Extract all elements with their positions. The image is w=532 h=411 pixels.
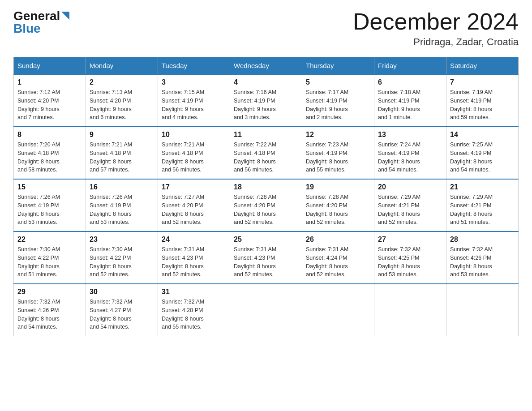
day-number: 1 — [17, 78, 82, 86]
day-info: Sunrise: 7:13 AM Sunset: 4:20 PM Dayligh… — [90, 88, 154, 122]
calendar-cell: 2 Sunrise: 7:13 AM Sunset: 4:20 PM Dayli… — [86, 74, 158, 127]
page-header: General Blue December 2024 Pridraga, Zad… — [13, 9, 519, 48]
calendar-cell: 15 Sunrise: 7:26 AM Sunset: 4:19 PM Dayl… — [14, 179, 86, 231]
svg-marker-0 — [61, 12, 69, 20]
day-number: 14 — [450, 131, 515, 139]
col-header-friday: Friday — [374, 57, 446, 75]
day-number: 19 — [306, 183, 370, 191]
day-number: 25 — [234, 235, 298, 244]
calendar-cell — [230, 284, 302, 336]
week-row-4: 22 Sunrise: 7:30 AM Sunset: 4:22 PM Dayl… — [14, 231, 519, 284]
col-header-thursday: Thursday — [302, 57, 374, 75]
day-number: 12 — [306, 131, 370, 139]
location-text: Pridraga, Zadar, Croatia — [353, 36, 519, 48]
calendar-cell: 30 Sunrise: 7:32 AM Sunset: 4:27 PM Dayl… — [86, 284, 158, 336]
title-area: December 2024 Pridraga, Zadar, Croatia — [353, 9, 519, 48]
month-title: December 2024 — [353, 9, 519, 34]
logo-arrow-icon — [61, 12, 69, 20]
col-header-sunday: Sunday — [14, 57, 86, 75]
day-info: Sunrise: 7:27 AM Sunset: 4:20 PM Dayligh… — [162, 193, 226, 227]
day-info: Sunrise: 7:19 AM Sunset: 4:19 PM Dayligh… — [450, 88, 515, 122]
col-header-tuesday: Tuesday — [158, 57, 230, 75]
day-info: Sunrise: 7:32 AM Sunset: 4:25 PM Dayligh… — [378, 245, 442, 279]
calendar-cell: 14 Sunrise: 7:25 AM Sunset: 4:19 PM Dayl… — [446, 127, 519, 179]
day-number: 30 — [90, 288, 154, 296]
calendar-cell: 25 Sunrise: 7:31 AM Sunset: 4:23 PM Dayl… — [230, 231, 302, 284]
calendar-cell: 9 Sunrise: 7:21 AM Sunset: 4:18 PM Dayli… — [86, 127, 158, 179]
calendar-cell: 4 Sunrise: 7:16 AM Sunset: 4:19 PM Dayli… — [230, 74, 302, 127]
calendar-cell: 17 Sunrise: 7:27 AM Sunset: 4:20 PM Dayl… — [158, 179, 230, 231]
day-info: Sunrise: 7:30 AM Sunset: 4:22 PM Dayligh… — [90, 245, 154, 279]
calendar-cell: 13 Sunrise: 7:24 AM Sunset: 4:19 PM Dayl… — [374, 127, 446, 179]
day-info: Sunrise: 7:32 AM Sunset: 4:27 PM Dayligh… — [90, 298, 154, 331]
calendar-cell — [446, 284, 519, 336]
calendar-cell: 21 Sunrise: 7:29 AM Sunset: 4:21 PM Dayl… — [446, 179, 519, 231]
day-number: 31 — [162, 288, 226, 296]
week-row-5: 29 Sunrise: 7:32 AM Sunset: 4:26 PM Dayl… — [14, 284, 519, 336]
col-header-wednesday: Wednesday — [230, 57, 302, 75]
day-number: 13 — [378, 131, 442, 139]
day-number: 27 — [378, 235, 442, 244]
day-info: Sunrise: 7:26 AM Sunset: 4:19 PM Dayligh… — [17, 193, 82, 227]
calendar-cell: 10 Sunrise: 7:21 AM Sunset: 4:18 PM Dayl… — [158, 127, 230, 179]
logo-blue-text: Blue — [13, 21, 69, 36]
calendar-cell: 16 Sunrise: 7:26 AM Sunset: 4:19 PM Dayl… — [86, 179, 158, 231]
day-number: 21 — [450, 183, 515, 191]
day-info: Sunrise: 7:22 AM Sunset: 4:18 PM Dayligh… — [234, 141, 298, 174]
day-number: 2 — [90, 78, 154, 86]
week-row-3: 15 Sunrise: 7:26 AM Sunset: 4:19 PM Dayl… — [14, 179, 519, 231]
day-number: 17 — [162, 183, 226, 191]
day-info: Sunrise: 7:18 AM Sunset: 4:19 PM Dayligh… — [378, 88, 442, 122]
day-info: Sunrise: 7:21 AM Sunset: 4:18 PM Dayligh… — [90, 141, 154, 174]
day-number: 23 — [90, 235, 154, 244]
day-number: 26 — [306, 235, 370, 244]
col-header-saturday: Saturday — [446, 57, 519, 75]
day-info: Sunrise: 7:21 AM Sunset: 4:18 PM Dayligh… — [162, 141, 226, 174]
calendar-cell: 22 Sunrise: 7:30 AM Sunset: 4:22 PM Dayl… — [14, 231, 86, 284]
calendar-cell: 29 Sunrise: 7:32 AM Sunset: 4:26 PM Dayl… — [14, 284, 86, 336]
calendar-cell: 12 Sunrise: 7:23 AM Sunset: 4:19 PM Dayl… — [302, 127, 374, 179]
day-number: 22 — [17, 235, 82, 244]
day-info: Sunrise: 7:28 AM Sunset: 4:20 PM Dayligh… — [234, 193, 298, 227]
day-number: 15 — [17, 183, 82, 191]
calendar-cell: 28 Sunrise: 7:32 AM Sunset: 4:26 PM Dayl… — [446, 231, 519, 284]
day-info: Sunrise: 7:32 AM Sunset: 4:26 PM Dayligh… — [450, 245, 515, 279]
day-number: 29 — [17, 288, 82, 296]
calendar-cell: 18 Sunrise: 7:28 AM Sunset: 4:20 PM Dayl… — [230, 179, 302, 231]
header-row: SundayMondayTuesdayWednesdayThursdayFrid… — [14, 57, 519, 75]
day-info: Sunrise: 7:25 AM Sunset: 4:19 PM Dayligh… — [450, 141, 515, 174]
day-number: 9 — [90, 131, 154, 139]
calendar-table: SundayMondayTuesdayWednesdayThursdayFrid… — [13, 57, 519, 336]
day-info: Sunrise: 7:16 AM Sunset: 4:19 PM Dayligh… — [234, 88, 298, 122]
day-number: 8 — [17, 131, 82, 139]
day-info: Sunrise: 7:24 AM Sunset: 4:19 PM Dayligh… — [378, 141, 442, 174]
day-info: Sunrise: 7:20 AM Sunset: 4:18 PM Dayligh… — [17, 141, 82, 174]
calendar-cell: 6 Sunrise: 7:18 AM Sunset: 4:19 PM Dayli… — [374, 74, 446, 127]
calendar-cell: 20 Sunrise: 7:29 AM Sunset: 4:21 PM Dayl… — [374, 179, 446, 231]
day-number: 28 — [450, 235, 515, 244]
day-info: Sunrise: 7:23 AM Sunset: 4:19 PM Dayligh… — [306, 141, 370, 174]
day-info: Sunrise: 7:29 AM Sunset: 4:21 PM Dayligh… — [378, 193, 442, 227]
day-number: 4 — [234, 78, 298, 86]
calendar-cell: 5 Sunrise: 7:17 AM Sunset: 4:19 PM Dayli… — [302, 74, 374, 127]
day-info: Sunrise: 7:12 AM Sunset: 4:20 PM Dayligh… — [17, 88, 82, 122]
calendar-cell — [302, 284, 374, 336]
day-number: 11 — [234, 131, 298, 139]
day-number: 3 — [162, 78, 226, 86]
logo: General Blue — [13, 9, 69, 36]
col-header-monday: Monday — [86, 57, 158, 75]
calendar-cell: 1 Sunrise: 7:12 AM Sunset: 4:20 PM Dayli… — [14, 74, 86, 127]
day-info: Sunrise: 7:32 AM Sunset: 4:28 PM Dayligh… — [162, 298, 226, 331]
calendar-cell: 31 Sunrise: 7:32 AM Sunset: 4:28 PM Dayl… — [158, 284, 230, 336]
day-info: Sunrise: 7:15 AM Sunset: 4:19 PM Dayligh… — [162, 88, 226, 122]
calendar-cell: 26 Sunrise: 7:31 AM Sunset: 4:24 PM Dayl… — [302, 231, 374, 284]
day-info: Sunrise: 7:30 AM Sunset: 4:22 PM Dayligh… — [17, 245, 82, 279]
calendar-cell: 19 Sunrise: 7:28 AM Sunset: 4:20 PM Dayl… — [302, 179, 374, 231]
day-number: 5 — [306, 78, 370, 86]
day-info: Sunrise: 7:31 AM Sunset: 4:23 PM Dayligh… — [162, 245, 226, 279]
calendar-cell — [374, 284, 446, 336]
day-number: 7 — [450, 78, 515, 86]
day-info: Sunrise: 7:17 AM Sunset: 4:19 PM Dayligh… — [306, 88, 370, 122]
day-number: 6 — [378, 78, 442, 86]
day-info: Sunrise: 7:32 AM Sunset: 4:26 PM Dayligh… — [17, 298, 82, 331]
